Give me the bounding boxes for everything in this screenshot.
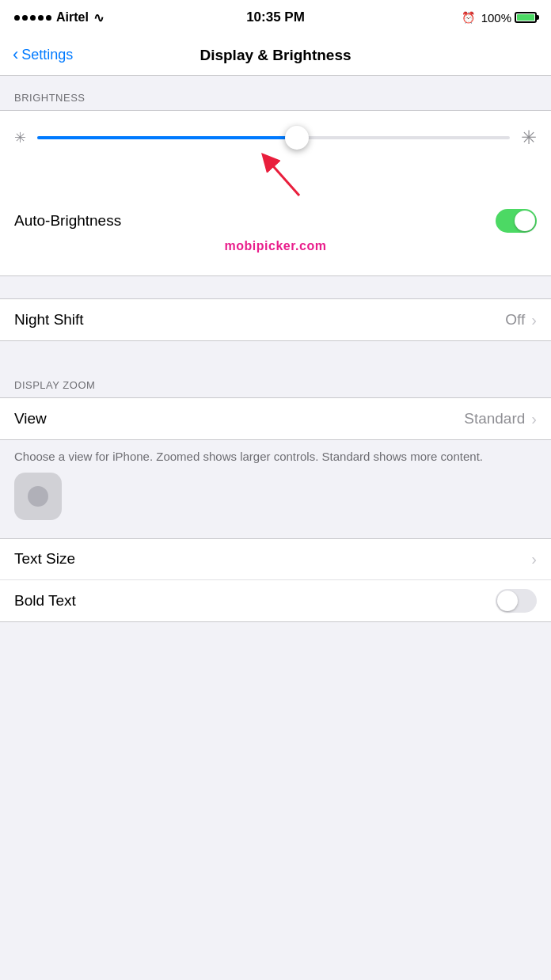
brightness-section-group: BRIGHTNESS ✳ ✳ [0, 76, 551, 276]
battery-percent: 100% [481, 11, 511, 25]
back-button[interactable]: ‹ Settings [13, 47, 73, 63]
bold-text-row: Bold Text [0, 580, 551, 621]
view-label: View [14, 410, 464, 427]
brightness-card: ✳ ✳ [0, 110, 551, 276]
text-settings-card: Text Size › Bold Text [0, 538, 551, 622]
night-shift-card: Night Shift Off › [0, 298, 551, 341]
night-shift-value: Off [505, 311, 525, 329]
display-zoom-section-group: DISPLAY ZOOM View Standard › Choose a vi… [0, 363, 551, 477]
text-size-label: Text Size [14, 550, 531, 568]
description-text-content: Choose a view for iPhone. Zoomed shows l… [14, 450, 483, 463]
status-left: Airtel ∿ [14, 10, 104, 25]
spacer-4 [0, 622, 551, 644]
signal-dots [14, 15, 51, 21]
view-row[interactable]: View Standard › [0, 398, 551, 439]
signal-dot-4 [38, 15, 44, 21]
auto-brightness-row: Auto-Brightness [14, 199, 537, 236]
spacer-1 [0, 276, 551, 298]
brightness-slider[interactable] [37, 123, 510, 152]
night-shift-label: Night Shift [14, 311, 505, 329]
night-shift-row[interactable]: Night Shift Off › [0, 299, 551, 340]
status-right: ⏰ 100% [462, 11, 537, 25]
auto-brightness-label: Auto-Brightness [14, 212, 496, 230]
text-size-chevron: › [531, 550, 537, 568]
watermark: mobipicker.com [14, 236, 537, 263]
auto-brightness-toggle[interactable] [496, 209, 537, 233]
battery-wrapper: 100% [481, 11, 537, 25]
home-button-thumb [14, 473, 62, 520]
carrier-label: Airtel [56, 10, 89, 25]
battery-fill [517, 14, 534, 21]
spacer-3 [0, 516, 551, 538]
spacer-2 [0, 341, 551, 363]
arrow-annotation [14, 152, 537, 199]
arrow-svg [252, 152, 331, 199]
display-zoom-card: View Standard › [0, 397, 551, 440]
text-size-row[interactable]: Text Size › [0, 539, 551, 580]
nav-bar: ‹ Settings Display & Brightness [0, 35, 551, 76]
bold-text-label: Bold Text [14, 592, 496, 610]
svg-line-0 [268, 160, 299, 196]
slider-track [37, 136, 510, 139]
alarm-icon: ⏰ [462, 11, 475, 24]
bold-text-toggle-thumb [497, 591, 518, 611]
brightness-section-header: BRIGHTNESS [0, 76, 551, 110]
signal-dot-5 [46, 15, 51, 21]
back-label: Settings [21, 47, 73, 63]
night-shift-chevron: › [531, 311, 537, 329]
display-zoom-section-header: DISPLAY ZOOM [0, 363, 551, 397]
status-time: 10:35 PM [246, 9, 305, 25]
toggle-thumb [515, 211, 535, 231]
slider-thumb[interactable] [285, 126, 309, 150]
signal-dot-1 [14, 15, 20, 21]
display-zoom-description: Choose a view for iPhone. Zoomed shows l… [0, 440, 551, 477]
view-chevron: › [531, 410, 537, 428]
home-circle [28, 486, 48, 507]
sun-large-icon: ✳ [521, 127, 537, 149]
bold-text-toggle[interactable] [496, 589, 537, 613]
brightness-slider-row: ✳ ✳ [14, 123, 537, 152]
status-bar: Airtel ∿ 10:35 PM ⏰ 100% [0, 0, 551, 35]
spacer-6 [0, 667, 551, 689]
battery-icon [515, 12, 537, 23]
signal-dot-3 [30, 15, 36, 21]
signal-dot-2 [22, 15, 28, 21]
sun-small-icon: ✳ [14, 129, 26, 146]
wifi-icon: ∿ [93, 10, 104, 25]
back-chevron-icon: ‹ [13, 46, 18, 63]
view-value: Standard [464, 410, 525, 427]
nav-title: Display & Brightness [200, 47, 351, 64]
slider-fill [37, 136, 297, 139]
spacer-5 [0, 644, 551, 667]
home-indicator-area [0, 477, 551, 516]
content: BRIGHTNESS ✳ ✳ [0, 76, 551, 689]
